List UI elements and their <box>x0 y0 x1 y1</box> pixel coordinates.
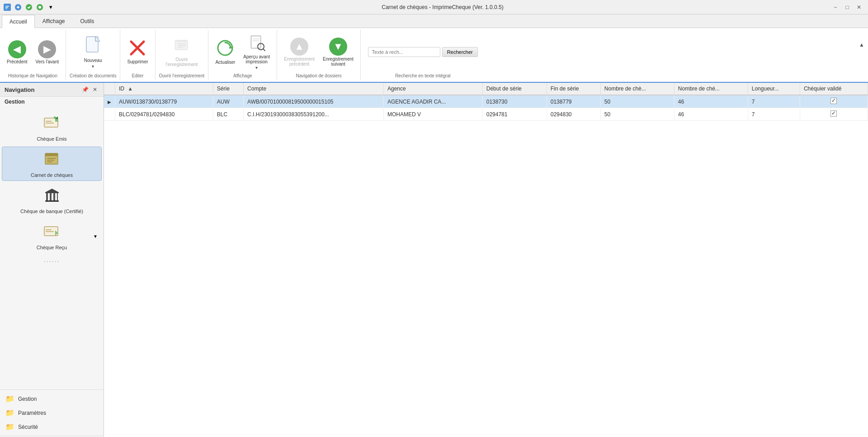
carnet-cheques-icon <box>42 150 61 171</box>
precedent-label: Précédent <box>7 59 28 64</box>
sidebar-pin-button[interactable]: 📌 <box>81 86 89 94</box>
col-agence[interactable]: Agence <box>384 83 483 95</box>
app-icon <box>4 4 11 11</box>
ribbon-group-ouvrir: Ouvrirl'enregistrement Ouvrir l'enregist… <box>156 30 209 80</box>
data-grid: ID ▲ Série Compte Agence Début de série … <box>104 83 868 437</box>
cell-nbche2-0: 46 <box>674 95 748 108</box>
supprimer-button[interactable]: Supprimer <box>124 38 151 66</box>
table-row[interactable]: ▶ AUW/0138730/0138779 AUW AWB/0070100008… <box>104 95 868 108</box>
apercu-icon <box>248 34 265 53</box>
row-selector-1 <box>104 108 115 121</box>
cell-debut-0: 0138730 <box>482 95 547 108</box>
col-compte[interactable]: Compte <box>244 83 384 95</box>
sidebar-folder-securite[interactable]: 📁 Sécurité <box>0 420 104 434</box>
ouvrir-button[interactable]: Ouvrirl'enregistrement <box>163 35 201 69</box>
maximize-button[interactable]: □ <box>842 3 853 12</box>
tab-accueil[interactable]: Accueil <box>2 15 35 28</box>
recherche-buttons: Rechercher <box>364 32 481 72</box>
svg-rect-35 <box>46 193 48 200</box>
svg-rect-36 <box>50 193 52 200</box>
col-valide[interactable]: Chéquier validé <box>800 83 868 95</box>
precedent-button[interactable]: ◀ Précédent <box>4 38 31 66</box>
col-debut-serie[interactable]: Début de série <box>482 83 547 95</box>
cell-nbche1-0: 50 <box>600 95 674 108</box>
nav-dossiers-group-label: Navigation de dossiers <box>296 73 341 78</box>
minimize-button[interactable]: − <box>830 3 841 12</box>
qa-button-2[interactable] <box>24 3 33 12</box>
vers-avant-button[interactable]: ▶ Vers l'avant <box>33 38 62 66</box>
enreg-precedent-icon: ▲ <box>290 38 308 56</box>
checkbox-valide-0 <box>830 98 837 104</box>
actualiser-button[interactable]: Actualiser <box>212 37 238 67</box>
row-selector-0: ▶ <box>104 95 115 108</box>
search-button[interactable]: Rechercher <box>442 47 478 57</box>
nouveau-button[interactable]: Nouveau ▾ <box>81 33 105 71</box>
col-selector <box>104 83 115 95</box>
cell-id-1: BLC/0294781/0294830 <box>115 108 213 121</box>
ribbon-collapse-button[interactable]: ▲ <box>859 42 864 48</box>
sidebar-item-cheque-emis[interactable]: Chèque Emis <box>2 110 102 145</box>
svg-point-7 <box>38 6 41 9</box>
svg-rect-3 <box>5 9 7 9</box>
col-nb-che-2[interactable]: Nombre de ché... <box>674 83 748 95</box>
tab-affichage[interactable]: Affichage <box>35 14 73 28</box>
cell-longueur-1: 7 <box>748 108 800 121</box>
window-title: Carnet de chèques - ImprimeCheque (Ver. … <box>55 4 830 10</box>
sidebar-nav-items: Chèque Emis Carnet de chèques <box>0 107 104 390</box>
cell-fin-1: 0294830 <box>547 108 600 121</box>
sidebar-folder-parametres[interactable]: 📁 Paramètres <box>0 406 104 420</box>
sidebar-header: Navigation 📌 ✕ <box>0 83 104 97</box>
svg-rect-31 <box>47 158 56 159</box>
sidebar: Navigation 📌 ✕ Gestion <box>0 83 104 437</box>
cell-valide-0 <box>800 95 868 108</box>
ribbon-group-affichage: Actualiser Aperçu avantimpression ▾ <box>208 30 277 80</box>
search-area: Rechercher <box>364 47 481 57</box>
nouveau-label: Nouveau <box>84 58 102 63</box>
ribbon-group-creation: Nouveau ▾ Création de documents <box>66 30 120 80</box>
historique-group-label: Historique de Navigation <box>8 73 57 78</box>
apercu-button[interactable]: Aperçu avantimpression ▾ <box>240 32 273 72</box>
sidebar-item-cheque-recu[interactable]: Chèque Reçu ▼ <box>2 219 102 253</box>
sidebar-folder-gestion[interactable]: 📁 Gestion <box>0 392 104 406</box>
ribbon-group-historique: ◀ Précédent ▶ Vers l'avant Historique de… <box>0 30 66 80</box>
enreg-precedent-button[interactable]: ▲ Enregistrementprécédent <box>281 35 318 69</box>
col-longueur[interactable]: Longueur... <box>748 83 800 95</box>
col-id[interactable]: ID ▲ <box>115 83 213 95</box>
table-row[interactable]: BLC/0294781/0294830 BLC C.I.H/2301930003… <box>104 108 868 121</box>
sidebar-item-carnet-cheques[interactable]: Carnet de chèques <box>2 147 102 181</box>
qa-button-1[interactable] <box>14 3 23 12</box>
ribbon-tab-bar: Accueil Affichage Outils ▲ <box>0 14 868 28</box>
quick-access-toolbar: ▾ <box>14 3 55 12</box>
editer-buttons: Supprimer <box>124 32 151 72</box>
col-serie[interactable]: Série <box>213 83 243 95</box>
svg-rect-33 <box>47 162 52 162</box>
search-input[interactable] <box>368 47 440 57</box>
qa-dropdown[interactable]: ▾ <box>46 3 55 12</box>
qa-button-3[interactable] <box>35 3 44 12</box>
sidebar-close-button[interactable]: ✕ <box>91 86 99 94</box>
apercu-label: Aperçu avantimpression <box>243 54 270 64</box>
ribbon-group-recherche: Rechercher Recherche en texte intégral <box>361 30 485 80</box>
cheque-recu-icon <box>42 222 61 244</box>
vers-avant-label: Vers l'avant <box>36 59 59 64</box>
sidebar-item-cheque-banque[interactable]: Chèque de banque (Certifié) <box>2 183 102 217</box>
enreg-suivant-button[interactable]: ▼ Enregistrementsuivant <box>320 35 357 69</box>
sidebar-section-gestion: Gestion <box>0 97 104 107</box>
main-table: ID ▲ Série Compte Agence Début de série … <box>104 83 868 121</box>
id-sort-arrow: ▲ <box>127 86 133 92</box>
cheque-recu-label: Chèque Reçu <box>37 245 67 250</box>
checkbox-valide-1 <box>830 110 837 117</box>
col-fin-serie[interactable]: Fin de série <box>547 83 600 95</box>
sidebar-title: Navigation <box>5 86 34 93</box>
table-body: ▶ AUW/0138730/0138779 AUW AWB/0070100008… <box>104 95 868 121</box>
ouvrir-buttons: Ouvrirl'enregistrement <box>163 32 201 72</box>
col-nb-che-1[interactable]: Nombre de chè... <box>600 83 674 95</box>
ribbon-group-nav-dossiers: ▲ Enregistrementprécédent ▼ Enregistreme… <box>277 30 361 80</box>
close-button[interactable]: ✕ <box>854 3 864 12</box>
window-controls: − □ ✕ <box>830 3 864 12</box>
cheque-emis-icon <box>42 114 61 135</box>
enreg-precedent-label: Enregistrementprécédent <box>284 57 315 66</box>
historique-buttons: ◀ Précédent ▶ Vers l'avant <box>4 32 62 72</box>
cell-valide-1 <box>800 108 868 121</box>
tab-outils[interactable]: Outils <box>73 14 102 28</box>
